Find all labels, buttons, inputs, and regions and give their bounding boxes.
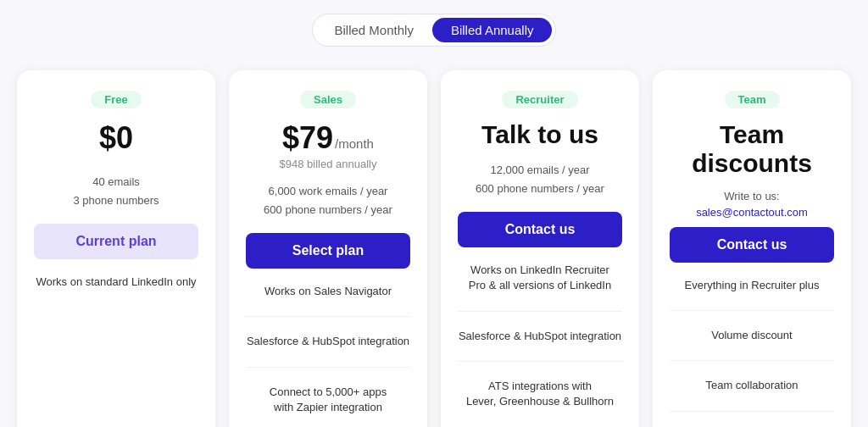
billing-toggle: Billed Monthly Billed Annually xyxy=(312,14,557,47)
plan-card-recruiter: RecruiterTalk to us12,000 emails / year6… xyxy=(441,70,639,427)
plan-card-team: TeamTeam discountsWrite to us:sales@cont… xyxy=(653,70,851,427)
plan-feature-recruiter-0: Works on LinkedIn RecruiterPro & all ver… xyxy=(458,263,622,293)
plan-card-sales: Sales $79/month $948 billed annually6,00… xyxy=(229,70,427,427)
plan-price-talk-recruiter: Talk to us xyxy=(481,120,598,149)
plan-feature-recruiter-2: ATS integrations withLever, Greenhouse &… xyxy=(458,379,622,409)
feature-divider xyxy=(246,367,410,368)
plan-feature-team-2: Team collaboration xyxy=(670,378,834,393)
write-us-label: Write to us: xyxy=(724,190,780,202)
plan-card-free: Free $0 40 emails3 phone numbersCurrent … xyxy=(17,70,215,427)
billing-monthly-button[interactable]: Billed Monthly xyxy=(316,18,432,42)
plan-price-talk-team: Team discounts xyxy=(670,120,834,178)
plans-grid: Free $0 40 emails3 phone numbersCurrent … xyxy=(17,70,851,427)
plan-price-free: $0 xyxy=(99,120,133,156)
plan-button-free[interactable]: Current plan xyxy=(34,224,198,259)
feature-divider xyxy=(670,310,834,311)
plan-feature-free-0: Works on standard LinkedIn only xyxy=(34,274,198,290)
billing-annually-button[interactable]: Billed Annually xyxy=(432,18,553,42)
plan-feature-sales-1: Salesforce & HubSpot integration xyxy=(246,334,410,349)
plan-limits-recruiter: 12,000 emails / year600 phone numbers / … xyxy=(476,161,604,198)
plan-feature-sales-0: Works on Sales Navigator xyxy=(246,284,410,299)
plan-limits-sales: 6,000 work emails / year600 phone number… xyxy=(264,182,392,219)
plan-button-team[interactable]: Contact us xyxy=(670,227,834,263)
feature-divider xyxy=(458,311,622,312)
plan-feature-team-0: Everything in Recruiter plus xyxy=(670,278,834,293)
plan-features-recruiter: Works on LinkedIn RecruiterPro & all ver… xyxy=(458,263,622,409)
plan-badge-free: Free xyxy=(91,91,141,108)
plan-button-recruiter[interactable]: Contact us xyxy=(458,212,622,247)
plan-feature-recruiter-1: Salesforce & HubSpot integration xyxy=(458,329,622,344)
plan-limits-free: 40 emails3 phone numbers xyxy=(73,173,159,210)
plan-badge-team: Team xyxy=(725,91,780,108)
contact-email-link[interactable]: sales@contactout.com xyxy=(696,206,808,219)
feature-divider xyxy=(246,316,410,317)
plan-button-sales[interactable]: Select plan xyxy=(246,233,410,269)
plan-features-team: Everything in Recruiter plusVolume disco… xyxy=(670,278,834,427)
plan-feature-team-1: Volume discount xyxy=(670,328,834,343)
feature-divider xyxy=(458,361,622,362)
plan-price-sub-sales: $948 billed annually xyxy=(280,158,377,170)
plan-badge-recruiter: Recruiter xyxy=(502,91,577,108)
plan-features-sales: Works on Sales NavigatorSalesforce & Hub… xyxy=(246,284,410,415)
plan-price-sales: $79/month xyxy=(282,120,374,156)
plan-features-free: Works on standard LinkedIn only xyxy=(34,274,198,290)
plan-badge-sales: Sales xyxy=(300,91,356,108)
feature-divider xyxy=(670,411,834,412)
feature-divider xyxy=(670,360,834,361)
plan-feature-sales-2: Connect to 5,000+ appswith Zapier integr… xyxy=(246,385,410,415)
